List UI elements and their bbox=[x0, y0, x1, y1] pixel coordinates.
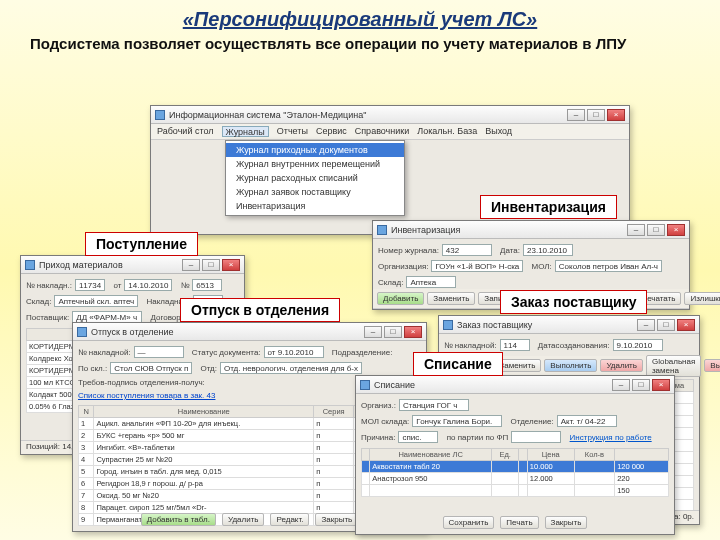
list-label: Список поступления товара в зак. 43 bbox=[78, 391, 215, 400]
store-input[interactable]: Аптека bbox=[406, 276, 456, 288]
maximize-button[interactable]: □ bbox=[657, 319, 675, 331]
n-label: № накладной: bbox=[444, 341, 497, 350]
dropdown-item[interactable]: Журнал расходных списаний bbox=[226, 171, 404, 185]
maximize-button[interactable]: □ bbox=[587, 109, 605, 121]
dest-label: Отд: bbox=[200, 364, 217, 373]
store-input[interactable]: Аптечный скл. аптеч bbox=[54, 295, 138, 307]
dropdown-item[interactable]: Инвентаризация bbox=[226, 199, 404, 213]
save-button[interactable]: Сохранить bbox=[443, 516, 495, 529]
number-input[interactable]: 432 bbox=[442, 244, 492, 256]
label-arrival: Поступление bbox=[85, 232, 198, 256]
menu-item[interactable]: Сервис bbox=[316, 126, 347, 137]
dropdown-item[interactable]: Журнал внутренних перемещений bbox=[226, 157, 404, 171]
close-button[interactable]: × bbox=[652, 379, 670, 391]
window-title: Заказ поставщику bbox=[457, 320, 532, 330]
delete-button[interactable]: Удалить bbox=[600, 359, 643, 372]
dept-input[interactable]: Акт. т/ 04-22 bbox=[557, 415, 617, 427]
writeoff-titlebar[interactable]: Списание –□× bbox=[356, 376, 674, 394]
store-label: Склад: bbox=[26, 297, 51, 306]
num-input[interactable]: 11734 bbox=[75, 279, 105, 291]
edit-button[interactable]: Редакт. bbox=[270, 513, 309, 526]
col-header: Наименование ЛС bbox=[370, 449, 492, 461]
writeoff-window: Списание –□× Организ.:Станция ГОГ ч МОЛ … bbox=[355, 375, 675, 535]
inventory-titlebar[interactable]: Инвентаризация –□× bbox=[373, 221, 689, 239]
n2-label: № bbox=[181, 281, 190, 290]
add-button[interactable]: Добавить в табл. bbox=[141, 513, 216, 526]
slide-subtitle: Подсистема позволяет осуществлять все оп… bbox=[0, 33, 720, 58]
date-input[interactable]: 9.10.2010 bbox=[613, 339, 663, 351]
main-titlebar[interactable]: Информационная система "Эталон-Медицина"… bbox=[151, 106, 629, 124]
close-button[interactable]: × bbox=[667, 224, 685, 236]
mol-label: МОЛ: bbox=[532, 262, 552, 271]
writeoff-table[interactable]: Наименование ЛСЕд.ЦенаКол-в Аквостатин т… bbox=[361, 448, 669, 497]
maximize-button[interactable]: □ bbox=[647, 224, 665, 236]
close-button[interactable]: Закрыть bbox=[315, 513, 358, 526]
close-button[interactable]: × bbox=[607, 109, 625, 121]
maximize-button[interactable]: □ bbox=[384, 326, 402, 338]
arrival-titlebar[interactable]: Приход материалов –□× bbox=[21, 256, 244, 274]
add-button[interactable]: Добавить bbox=[377, 292, 424, 305]
maximize-button[interactable]: □ bbox=[632, 379, 650, 391]
dropdown-item[interactable]: Журнал заявок поставщику bbox=[226, 185, 404, 199]
order-titlebar[interactable]: Заказ поставщику –□× bbox=[439, 316, 699, 334]
org-input[interactable]: ГОУн «1-й ВОП» Н-ска bbox=[431, 260, 523, 272]
main-menubar[interactable]: Рабочий стол Журналы Отчеты Сервис Справ… bbox=[151, 124, 629, 140]
dest-input[interactable]: Отд. неврологич. отделения для б-х bbox=[220, 362, 362, 374]
journals-dropdown[interactable]: Журнал приходных документов Журнал внутр… bbox=[225, 140, 405, 216]
reason-input[interactable]: спис. bbox=[398, 431, 438, 443]
menu-item[interactable]: Отчеты bbox=[277, 126, 308, 137]
table-row[interactable]: Аквостатин табл 2010.000120 000 bbox=[362, 461, 669, 473]
n2-input[interactable]: 6513 bbox=[192, 279, 222, 291]
label-inventory: Инвентаризация bbox=[480, 195, 617, 219]
minimize-button[interactable]: – bbox=[637, 319, 655, 331]
n-input[interactable]: 114 bbox=[500, 339, 530, 351]
dispatch-titlebar[interactable]: Отпуск в отделение –□× bbox=[73, 323, 426, 341]
send-button[interactable]: Выслать bbox=[704, 359, 720, 372]
status-input[interactable]: от 9.10.2010 bbox=[264, 346, 324, 358]
instruction-link[interactable]: Инструкция по работе bbox=[570, 433, 652, 442]
menu-item[interactable]: Журналы bbox=[222, 126, 269, 137]
date-input[interactable]: 23.10.2010 bbox=[523, 244, 573, 256]
print-button[interactable]: Печать bbox=[500, 516, 538, 529]
minimize-button[interactable]: – bbox=[612, 379, 630, 391]
global-button[interactable]: Globальная замена bbox=[646, 355, 701, 377]
n-input[interactable]: — bbox=[134, 346, 184, 358]
table-row[interactable]: 150 bbox=[362, 485, 669, 497]
status-label: Статус документа: bbox=[192, 348, 261, 357]
dropdown-item[interactable]: Журнал приходных документов bbox=[226, 143, 404, 157]
close-button[interactable]: × bbox=[222, 259, 240, 271]
mol-input[interactable]: Гончук Галина Бори. bbox=[412, 415, 502, 427]
org-input[interactable]: Станция ГОГ ч bbox=[399, 399, 469, 411]
store-label: Склад: bbox=[378, 278, 403, 287]
minimize-button[interactable]: – bbox=[627, 224, 645, 236]
minimize-button[interactable]: – bbox=[364, 326, 382, 338]
org-label: Организация: bbox=[378, 262, 428, 271]
maximize-button[interactable]: □ bbox=[202, 259, 220, 271]
menu-item[interactable]: Справочники bbox=[355, 126, 410, 137]
menu-item[interactable]: Рабочий стол bbox=[157, 126, 214, 137]
window-title: Инвентаризация bbox=[391, 225, 460, 235]
menu-item[interactable]: Выход bbox=[485, 126, 512, 137]
org-label: Организ.: bbox=[361, 401, 396, 410]
surplus-button[interactable]: Излишки bbox=[684, 292, 720, 305]
replace-button[interactable]: Заменить bbox=[427, 292, 475, 305]
close-button[interactable]: × bbox=[404, 326, 422, 338]
mol-input[interactable]: Соколов петров Иван Ал-ч bbox=[555, 260, 662, 272]
delete-button[interactable]: Удалить bbox=[222, 513, 265, 526]
store-input[interactable]: Стол СЮВ Отпуск п bbox=[110, 362, 192, 374]
date-input[interactable] bbox=[511, 431, 561, 443]
menu-item[interactable]: Локальн. База bbox=[417, 126, 477, 137]
window-title: Списание bbox=[374, 380, 415, 390]
date-input[interactable]: 14.10.2010 bbox=[124, 279, 172, 291]
close-button[interactable]: × bbox=[677, 319, 695, 331]
close-button[interactable]: Закрыть bbox=[545, 516, 588, 529]
minimize-button[interactable]: – bbox=[567, 109, 585, 121]
main-title: Информационная система "Эталон-Медицина" bbox=[169, 110, 366, 120]
dept-label: Отделение: bbox=[511, 417, 554, 426]
n-label: № накладной: bbox=[78, 348, 131, 357]
date-label: Дата: bbox=[500, 246, 520, 255]
table-row[interactable]: Анастрозол 95012.000220 bbox=[362, 473, 669, 485]
minimize-button[interactable]: – bbox=[182, 259, 200, 271]
execute-button[interactable]: Выполнить bbox=[544, 359, 597, 372]
num-label: № накладн.: bbox=[26, 281, 72, 290]
